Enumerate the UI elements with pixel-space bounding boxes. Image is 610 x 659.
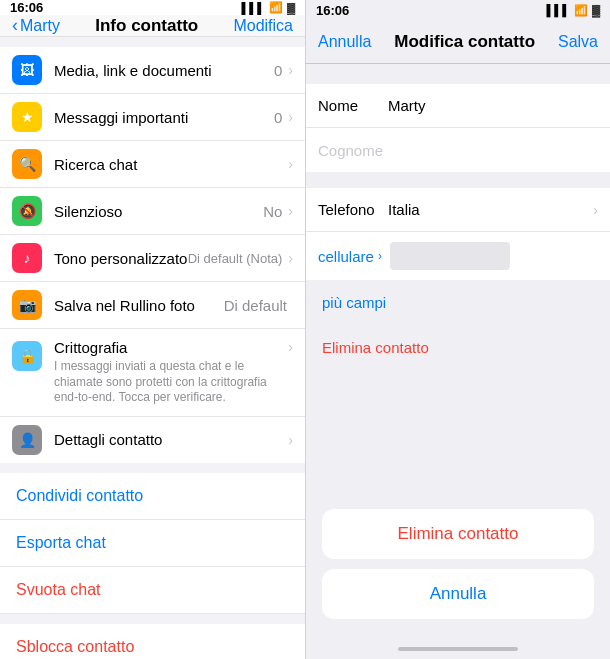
list-item-starred[interactable]: ★ Messaggi importanti 0 › — [0, 94, 305, 141]
nav-bar-right: Annulla Modifica contatto Salva — [306, 20, 610, 64]
list-item-search[interactable]: 🔍 Ricerca chat › — [0, 141, 305, 188]
details-icon: 👤 — [12, 425, 42, 455]
chevron-icon: › — [288, 156, 293, 172]
more-fields-link[interactable]: più campi — [306, 280, 610, 325]
list-item-tone[interactable]: ♪ Tono personalizzato Di default (Nota) … — [0, 235, 305, 282]
chevron-left-icon: ‹ — [12, 15, 18, 36]
details-label: Dettagli contatto — [54, 431, 288, 448]
nav-bar-left: ‹ Marty Info contatto Modifica — [0, 15, 305, 37]
delete-contact-button[interactable]: Elimina contatto — [322, 509, 594, 559]
spacer — [306, 370, 610, 499]
country-label: Italia — [388, 201, 593, 218]
block-section: Sblocca contatto — [0, 624, 305, 659]
time-right: 16:06 — [316, 3, 349, 18]
cellulare-chevron-icon: › — [378, 249, 382, 263]
crypto-title: Crittografia — [54, 339, 288, 356]
surname-row: Cognome — [306, 128, 610, 172]
delete-contact-inline-link[interactable]: Elimina contatto — [306, 325, 610, 370]
list-item-media[interactable]: 🖼 Media, link e documenti 0 › — [0, 47, 305, 94]
main-list: 🖼 Media, link e documenti 0 › ★ Messaggi… — [0, 47, 305, 463]
chevron-icon: › — [288, 432, 293, 448]
media-label: Media, link e documenti — [54, 62, 274, 79]
signal-icon: ▌▌▌ — [242, 2, 265, 14]
time-left: 16:06 — [10, 0, 43, 15]
list-item-save-roll[interactable]: 📷 Salva nel Rullino foto Di default — [0, 282, 305, 329]
right-panel: 16:06 ▌▌▌ 📶 ▓ Annulla Modifica contatto … — [305, 0, 610, 659]
list-item-crypto[interactable]: 🔒 Crittografia I messaggi inviati a ques… — [0, 329, 305, 417]
search-label: Ricerca chat — [54, 156, 288, 173]
crypto-content: Crittografia I messaggi inviati a questa… — [54, 339, 288, 406]
name-label: Nome — [318, 97, 388, 114]
list-item-silent[interactable]: 🔕 Silenzioso No › — [0, 188, 305, 235]
home-indicator-bar-right — [398, 647, 518, 651]
name-input[interactable] — [388, 97, 598, 114]
phone-number-input[interactable] — [390, 242, 510, 270]
country-chevron-icon: › — [593, 202, 598, 218]
status-bar-left: 16:06 ▌▌▌ 📶 ▓ — [0, 0, 305, 15]
share-contact-link[interactable]: Condividi contatto — [0, 473, 305, 520]
silent-value: No — [263, 203, 282, 220]
back-label: Marty — [20, 17, 60, 35]
back-button[interactable]: ‹ Marty — [12, 15, 60, 36]
silent-label: Silenzioso — [54, 203, 263, 220]
battery-icon: ▓ — [287, 2, 295, 14]
tone-icon: ♪ — [12, 243, 42, 273]
name-row: Nome — [306, 84, 610, 128]
media-icon: 🖼 — [12, 55, 42, 85]
signal-icon-right: ▌▌▌ — [547, 4, 570, 16]
cancel-nav-button[interactable]: Annulla — [318, 33, 371, 51]
name-form: Nome Cognome — [306, 84, 610, 172]
crypto-description: I messaggi inviati a questa chat e le ch… — [54, 359, 288, 406]
wifi-icon: 📶 — [269, 1, 283, 14]
surname-placeholder: Cognome — [318, 142, 598, 159]
page-title-left: Info contatto — [95, 16, 198, 36]
crypto-icon: 🔒 — [12, 341, 42, 371]
page-title-right: Modifica contatto — [394, 32, 535, 52]
save-roll-icon: 📷 — [12, 290, 42, 320]
status-bar-right: 16:06 ▌▌▌ 📶 ▓ — [306, 0, 610, 20]
cellulare-label[interactable]: cellulare — [318, 248, 374, 265]
home-indicator-right — [306, 639, 610, 659]
search-icon: 🔍 — [12, 149, 42, 179]
save-roll-value: Di default — [224, 297, 287, 314]
tone-label: Tono personalizzato — [54, 250, 188, 267]
clear-chat-link[interactable]: Svuota chat — [0, 567, 305, 614]
chevron-icon: › — [288, 62, 293, 78]
chevron-icon: › — [288, 203, 293, 219]
bottom-buttons: Elimina contatto Annulla — [306, 499, 610, 639]
phone-country-row[interactable]: Telefono Italia › — [306, 188, 610, 232]
cancel-button[interactable]: Annulla — [322, 569, 594, 619]
chevron-icon: › — [288, 339, 293, 355]
left-panel: 16:06 ▌▌▌ 📶 ▓ ‹ Marty Info contatto Modi… — [0, 0, 305, 659]
chevron-icon: › — [288, 109, 293, 125]
chevron-icon: › — [288, 250, 293, 266]
action-links: Condividi contatto Esporta chat Svuota c… — [0, 473, 305, 614]
status-icons-left: ▌▌▌ 📶 ▓ — [242, 1, 295, 14]
export-chat-link[interactable]: Esporta chat — [0, 520, 305, 567]
save-roll-label: Salva nel Rullino foto — [54, 297, 224, 314]
list-item-details[interactable]: 👤 Dettagli contatto › — [0, 417, 305, 463]
cellulare-row: cellulare › — [306, 232, 610, 280]
tone-value: Di default (Nota) — [188, 251, 283, 266]
phone-label: Telefono — [318, 201, 388, 218]
battery-icon-right: ▓ — [592, 4, 600, 16]
starred-label: Messaggi importanti — [54, 109, 274, 126]
edit-button[interactable]: Modifica — [233, 17, 293, 35]
save-nav-button[interactable]: Salva — [558, 33, 598, 51]
block-contact-link[interactable]: Sblocca contatto — [0, 624, 305, 659]
silent-icon: 🔕 — [12, 196, 42, 226]
media-value: 0 — [274, 62, 282, 79]
starred-value: 0 — [274, 109, 282, 126]
starred-icon: ★ — [12, 102, 42, 132]
phone-form: Telefono Italia › cellulare › — [306, 188, 610, 280]
wifi-icon-right: 📶 — [574, 4, 588, 17]
status-icons-right: ▌▌▌ 📶 ▓ — [547, 4, 600, 17]
